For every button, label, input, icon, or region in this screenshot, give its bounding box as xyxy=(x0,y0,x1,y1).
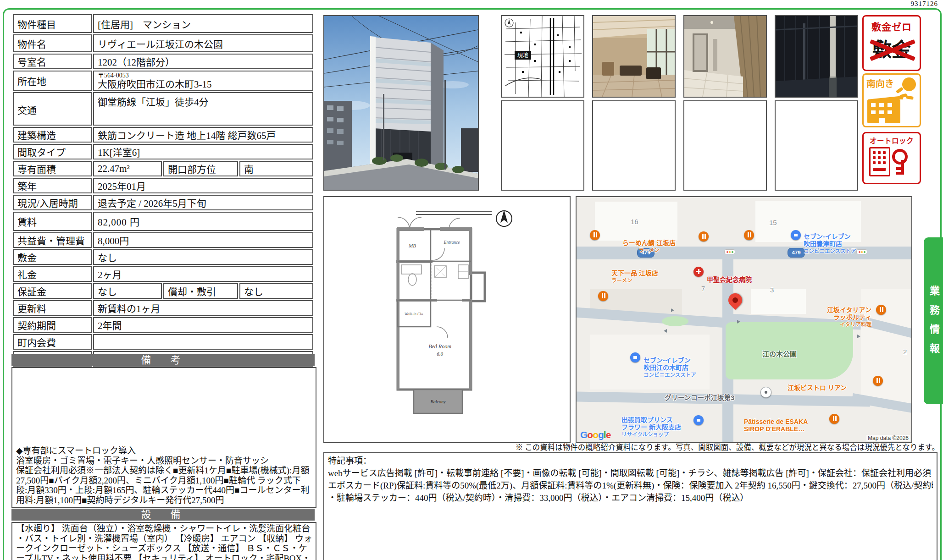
remarks-header: 備 考 xyxy=(11,354,315,366)
table-row: 町内会費 xyxy=(13,334,313,350)
restaurant-pin-icon xyxy=(590,230,600,240)
site-map-illustration: 現地 xyxy=(502,16,583,97)
row-value: 退去予定 / 2026年5月下旬 xyxy=(93,195,313,210)
route-479-badge: 479 xyxy=(788,248,805,258)
key-stem xyxy=(901,160,904,175)
address-text: 大阪府吹田市江の木町3-15 xyxy=(98,79,311,90)
road-arrow-icon xyxy=(671,308,674,312)
row-label: 賃料 xyxy=(13,212,92,231)
restaurant-pin-icon xyxy=(873,376,883,386)
map-block xyxy=(751,289,806,314)
row-value: 1K[洋室6] xyxy=(93,144,313,159)
table-row: 保証金 なし 償却・敷引 なし xyxy=(13,283,313,299)
hallway-illustration xyxy=(684,16,766,97)
map-poi-label: 天下一品 江坂店ラーメン xyxy=(611,262,658,284)
map-poi-label: グリーンコーポ江坂第3 xyxy=(665,387,734,401)
row-label: 開口部方位 xyxy=(163,161,238,176)
sun-icon xyxy=(902,77,916,91)
row-value: 御堂筋線「江坂」徒歩4分 xyxy=(93,92,313,126)
row-label: 契約期間 xyxy=(13,317,92,333)
table-row: 更新料 新賃料の1ヶ月 xyxy=(13,300,313,316)
floorplan-bedroom-size: 6.0 xyxy=(437,351,443,357)
row-label: 更新料 xyxy=(13,300,92,316)
road-arrow-icon xyxy=(737,320,740,324)
floorplan-balcony-label: Balcony xyxy=(431,399,446,404)
row-label: 物件名 xyxy=(13,34,92,52)
crossed-out-deposit: 敷金 xyxy=(872,36,911,64)
road-arrow-icon xyxy=(857,335,860,338)
special-notes-title: 特記事項： xyxy=(328,455,933,467)
table-row: 建築構造 鉄筋コンクリート造 地上14階 総戸数65戸 xyxy=(13,127,313,143)
restaurant-pin-icon xyxy=(744,230,754,240)
table-row: 共益費・管理費 8,000円 xyxy=(13,232,313,248)
row-value: 1202（12階部分） xyxy=(93,54,313,69)
restaurant-pin-icon xyxy=(876,305,886,315)
row-value: なし xyxy=(93,283,162,299)
map-poi-label: セブン-イレブン 吹田江の木町店コンビニエンスストア xyxy=(643,349,696,379)
lobby-illustration xyxy=(593,16,675,97)
row-label: 所在地 xyxy=(13,71,92,91)
row-label: 礼金 xyxy=(13,266,92,282)
genchi-label: 現地 xyxy=(517,52,528,59)
badge-auto-lock-title: オートロック xyxy=(864,135,920,145)
hallway-photo-thumbnail xyxy=(683,15,767,98)
map-block-number: 16 xyxy=(631,218,638,225)
tab-business-info[interactable]: 業務情報 xyxy=(924,237,943,404)
main-building-photo xyxy=(323,15,479,191)
row-value: 22.47m² xyxy=(93,161,162,176)
store-pin-icon xyxy=(791,230,801,240)
empty-photo-slot xyxy=(775,100,858,191)
building-pin-icon xyxy=(760,387,771,398)
table-row: 号室名 1202（12階部分） xyxy=(13,54,313,69)
hospital-pin-icon xyxy=(693,267,704,277)
row-label: 号室名 xyxy=(13,54,92,69)
map-block-number: 15 xyxy=(769,219,777,226)
special-notes-line: エポスカード(RP)保証料:賃料等の50%(最低2万)、月額保証料:賃料等の1%… xyxy=(328,479,933,492)
map-poi-label: 出張買取プリンス フラワー 新大阪支店リサイクルショップ xyxy=(621,409,681,438)
badge-south-facing: 南向き xyxy=(862,73,921,127)
map-poi-label: Pâtisserie de ESAKA SIROP D'ERABLE… xyxy=(744,411,808,433)
table-row: 交通 御堂筋線「江坂」徒歩4分 xyxy=(13,92,313,126)
map-poi-label: 江坂ビストロ リアン xyxy=(788,377,847,391)
rent-value: 82,000 円 xyxy=(93,212,313,231)
row-value: 8,000円 xyxy=(93,232,313,248)
sun-ray-icon xyxy=(906,95,914,100)
map-block-number: 2 xyxy=(903,348,907,356)
row-value: リヴィエール江坂江の木公園 xyxy=(93,34,313,52)
row-value: 2ヶ月 xyxy=(93,266,313,282)
table-row: 現況/入居時期 退去予定 / 2026年5月下旬 xyxy=(13,195,313,210)
table-row: 物件種目 [住居用] マンション xyxy=(13,14,313,33)
floorplan-bedroom-label: Bed Room xyxy=(428,343,451,350)
restaurant-pin-icon xyxy=(829,414,839,424)
badge-auto-lock: オートロック xyxy=(862,132,921,184)
empty-photo-slot xyxy=(683,100,767,191)
equipment-box: 【水廻り】 洗面台（独立）・浴室乾燥機・シャワートイレ・洗髪洗面化粧台 ・バス・… xyxy=(11,522,316,560)
table-row: 所在地 〒564-0053 大阪府吹田市江の木町3-15 xyxy=(13,71,313,91)
map-copyright: Map data ©2026 xyxy=(866,435,910,441)
google-logo: Google xyxy=(580,429,610,440)
row-label: 保証金 xyxy=(13,283,92,299)
row-label: 築年 xyxy=(13,178,92,193)
row-label: 敷金 xyxy=(13,249,92,265)
window-shape xyxy=(871,110,876,114)
building-exterior-illustration xyxy=(324,16,478,190)
site-map-thumbnail: 現地 xyxy=(501,15,584,98)
remarks-text: ◆専有部にスマートロック導入 浴室暖房・ゴミ置場・電子キー・人感照明センサー・防… xyxy=(12,445,311,507)
traffic-light-icon xyxy=(724,249,735,254)
restaurant-pin-icon xyxy=(598,291,608,301)
row-value: なし xyxy=(93,249,313,265)
equipment-header: 設 備 xyxy=(11,509,315,521)
row-value: 新賃料の1ヶ月 xyxy=(93,300,313,316)
row-label: 町内会費 xyxy=(13,334,92,350)
lobby-photo-thumbnail xyxy=(592,15,676,98)
empty-photo-slot xyxy=(501,100,584,191)
table-row: 敷金 なし xyxy=(13,249,313,265)
floorplan-entrance-label: Entrance xyxy=(444,240,460,245)
document-number: 9317126 xyxy=(897,0,938,8)
table-row: 礼金 2ヶ月 xyxy=(13,266,313,282)
restaurant-pin-icon xyxy=(699,231,709,242)
row-value: [住居用] マンション xyxy=(93,14,313,33)
map-poi-label: 江坂イタリアン ラッポルティイタリア料理 xyxy=(810,299,871,328)
row-label: 交通 xyxy=(13,92,92,126)
intercom-panel-icon xyxy=(869,147,890,176)
